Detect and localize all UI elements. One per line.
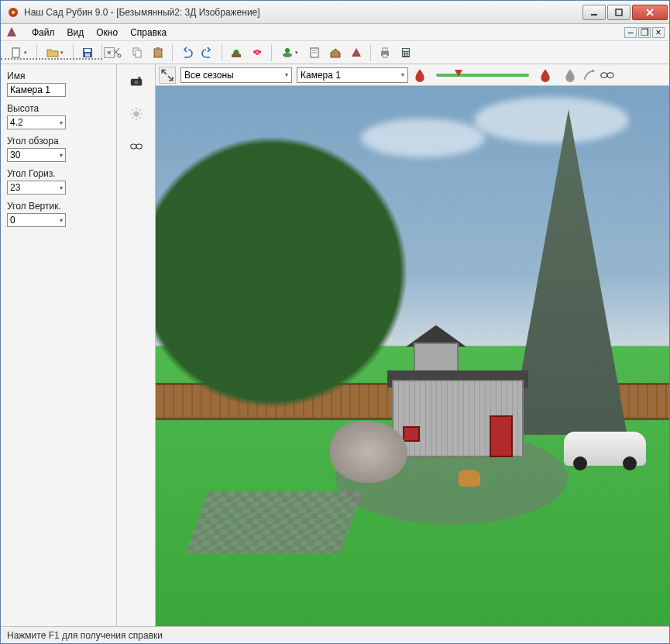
- maximize-button[interactable]: [607, 5, 630, 20]
- camera-tool-button[interactable]: [124, 69, 149, 94]
- svg-rect-20: [232, 54, 241, 57]
- side-toolstrip: [117, 64, 156, 626]
- vangle-label: Угол Вертик.: [7, 201, 110, 212]
- spray-icon[interactable]: [582, 68, 596, 82]
- svg-point-59: [592, 69, 594, 71]
- svg-rect-35: [383, 48, 387, 51]
- height-input[interactable]: 4.2▾: [7, 115, 66, 129]
- hangle-input[interactable]: 23▾: [7, 181, 66, 195]
- svg-rect-42: [403, 54, 404, 56]
- svg-point-7: [10, 32, 13, 35]
- app-window: Наш Сад Рубин 9.0 - [Безымянный2: 3Д Изо…: [0, 0, 670, 644]
- menu-view[interactable]: Вид: [61, 26, 91, 40]
- fov-label: Угол обзора: [7, 136, 110, 146]
- field-hangle: Угол Гориз. 23▾: [7, 168, 110, 195]
- paste-icon: [152, 46, 164, 59]
- view-toolbar: Все сезоны▾ Камера 1▾: [156, 64, 669, 86]
- svg-rect-47: [138, 77, 140, 78]
- close-button[interactable]: [632, 5, 668, 20]
- svg-rect-18: [154, 49, 162, 57]
- panel-grip[interactable]: [1, 46, 102, 60]
- rock: [330, 421, 407, 483]
- svg-rect-19: [156, 47, 160, 50]
- svg-line-56: [132, 117, 133, 119]
- fov-input[interactable]: 30▾: [7, 148, 66, 162]
- camera-icon: [130, 75, 143, 88]
- mdi-close-button[interactable]: ×: [652, 27, 665, 38]
- name-input[interactable]: Камера 1: [7, 83, 66, 97]
- render-icon: [350, 46, 362, 59]
- svg-line-55: [139, 109, 141, 111]
- deciduous-tree: [156, 86, 411, 425]
- window-title: Наш Сад Рубин 9.0 - [Безымянный2: 3Д Изо…: [24, 7, 581, 18]
- cobblestone-path: [185, 491, 362, 553]
- field-fov: Угол обзора 30▾: [7, 136, 110, 162]
- menubar: Файл Вид Окно Справка – ❐ ×: [1, 24, 669, 41]
- svg-rect-43: [405, 54, 407, 56]
- flowers-button[interactable]: [248, 43, 266, 62]
- plants-icon: [230, 46, 242, 59]
- mdi-minimize-button[interactable]: –: [624, 27, 637, 38]
- svg-point-26: [283, 53, 292, 57]
- svg-line-54: [139, 117, 141, 119]
- calculator-button[interactable]: [397, 43, 415, 62]
- name-label: Имя: [7, 71, 110, 81]
- camera-value: Камера 1: [301, 70, 341, 81]
- properties-panel: × Имя Камера 1 Высота 4.2▾ Угол обзора 3…: [1, 64, 117, 626]
- undo-button[interactable]: [177, 43, 196, 62]
- minimize-button[interactable]: [582, 5, 606, 20]
- terrain-button[interactable]: ▾: [277, 43, 303, 62]
- svg-marker-31: [331, 49, 340, 57]
- slider-thumb[interactable]: [455, 70, 462, 77]
- season-combo[interactable]: Все сезоны▾: [180, 67, 292, 83]
- svg-rect-36: [383, 54, 387, 57]
- paste-button[interactable]: [149, 43, 167, 62]
- undo-icon: [180, 46, 193, 59]
- field-vangle: Угол Вертик. 0▾: [7, 201, 110, 227]
- building-icon: [329, 46, 342, 59]
- svg-point-58: [136, 144, 142, 149]
- water-drop-icon: [413, 68, 427, 82]
- 3d-viewport[interactable]: [156, 86, 669, 626]
- menu-file[interactable]: Файл: [26, 26, 61, 40]
- camera-combo[interactable]: Камера 1▾: [297, 67, 408, 83]
- statusbar: Нажмите F1 для получения справки: [1, 626, 669, 643]
- plants-button[interactable]: [227, 43, 246, 62]
- glasses-tool-button[interactable]: [124, 134, 149, 159]
- svg-rect-3: [616, 9, 622, 15]
- svg-point-33: [355, 52, 358, 55]
- sun-icon: [130, 108, 143, 120]
- svg-point-15: [118, 54, 121, 57]
- resize-view-button[interactable]: [159, 67, 176, 84]
- building-button[interactable]: [326, 43, 345, 62]
- svg-rect-40: [405, 52, 407, 53]
- resize-icon: [160, 68, 174, 82]
- terrain-icon: [281, 46, 294, 59]
- drop-gray-icon[interactable]: [563, 68, 577, 82]
- svg-line-53: [132, 109, 133, 111]
- growth-slider[interactable]: [436, 74, 529, 77]
- svg-point-61: [607, 72, 613, 77]
- status-text: Нажмите F1 для получения справки: [7, 630, 163, 641]
- svg-point-60: [601, 72, 607, 77]
- svg-line-13: [114, 48, 119, 55]
- copy-button[interactable]: [128, 43, 146, 62]
- cloud: [474, 97, 629, 143]
- view-glasses-icon[interactable]: [600, 68, 614, 82]
- body: × Имя Камера 1 Высота 4.2▾ Угол обзора 3…: [1, 64, 669, 626]
- print-button[interactable]: [376, 43, 394, 62]
- notes-button[interactable]: [305, 43, 324, 62]
- house: [392, 356, 524, 457]
- menu-window[interactable]: Окно: [90, 26, 124, 40]
- redo-button[interactable]: [198, 43, 217, 62]
- render-button[interactable]: [347, 43, 366, 62]
- mdi-restore-button[interactable]: ❐: [638, 27, 651, 38]
- sun-tool-button[interactable]: [124, 102, 149, 126]
- vangle-input[interactable]: 0▾: [7, 213, 66, 227]
- menu-help[interactable]: Справка: [124, 26, 173, 40]
- svg-point-46: [133, 80, 138, 84]
- calculator-icon: [400, 46, 412, 59]
- redo-icon: [201, 46, 214, 59]
- svg-point-25: [256, 51, 259, 53]
- panel-close-button[interactable]: ×: [104, 47, 115, 58]
